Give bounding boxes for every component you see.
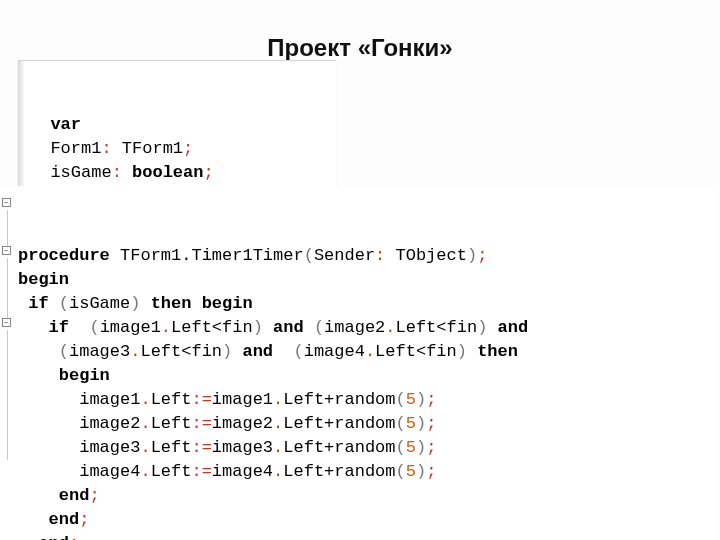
type-boolean: boolean (132, 163, 203, 182)
proc-name: TForm1.Timer1Timer (120, 246, 304, 265)
page-title: Проект «Гонки» (0, 34, 720, 62)
fold-icon[interactable]: − (2, 318, 11, 327)
ident-form1: Form1 (50, 139, 101, 158)
code-procedure-block: − − − procedure TForm1.Timer1Timer(Sende… (0, 186, 716, 540)
ident-isgame: isGame (50, 163, 111, 182)
fold-gutter: − − − (0, 186, 14, 540)
keyword-var: var (50, 115, 81, 134)
fold-icon[interactable]: − (2, 198, 11, 207)
fold-icon[interactable]: − (2, 246, 11, 255)
type-tform1: TForm1 (122, 139, 183, 158)
